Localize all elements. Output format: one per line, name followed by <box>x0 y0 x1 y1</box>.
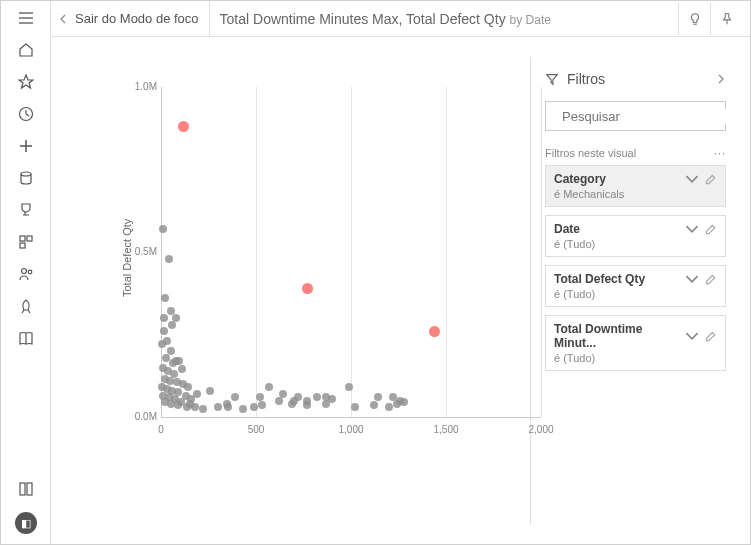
filter-icon <box>545 72 559 86</box>
data-point[interactable] <box>374 393 382 401</box>
data-point[interactable] <box>385 403 393 411</box>
data-point[interactable] <box>165 255 173 263</box>
x-tick: 0 <box>158 424 164 435</box>
chevron-down-icon[interactable] <box>685 272 699 286</box>
x-tick: 1,500 <box>433 424 458 435</box>
chevron-down-icon[interactable] <box>685 172 699 186</box>
scatter-chart[interactable]: 05001,0001,5002,0000.0M0.5M1.0M <box>161 87 541 447</box>
svg-point-10 <box>21 269 26 274</box>
data-point[interactable] <box>163 337 171 345</box>
data-point[interactable] <box>183 403 191 411</box>
svg-rect-8 <box>27 236 32 241</box>
data-point[interactable] <box>429 326 440 337</box>
eraser-icon[interactable] <box>703 172 717 186</box>
data-point[interactable] <box>167 347 175 355</box>
eraser-icon[interactable] <box>703 329 717 343</box>
data-point[interactable] <box>172 314 180 322</box>
data-point[interactable] <box>328 395 336 403</box>
filter-name: Date <box>554 222 681 236</box>
badge-icon[interactable]: ◧ <box>15 512 37 534</box>
y-tick: 1.0M <box>121 81 157 92</box>
lightbulb-icon[interactable] <box>678 3 710 35</box>
filter-value: é Mechanicals <box>554 188 717 200</box>
data-point[interactable] <box>256 393 264 401</box>
filter-value: é (Tudo) <box>554 288 717 300</box>
rocket-icon[interactable] <box>17 297 35 315</box>
book-icon[interactable] <box>17 329 35 347</box>
filter-name: Category <box>554 172 681 186</box>
left-sidebar: ◧ <box>1 1 51 544</box>
chevron-right-icon[interactable] <box>716 74 726 84</box>
back-label: Sair do Modo de foco <box>75 11 199 26</box>
filter-card[interactable]: Dateé (Tudo) <box>545 215 726 257</box>
data-point[interactable] <box>191 403 199 411</box>
data-point[interactable] <box>175 357 183 365</box>
search-field[interactable] <box>562 109 730 124</box>
chevron-down-icon[interactable] <box>685 222 699 236</box>
x-tick: 1,000 <box>338 424 363 435</box>
svg-rect-12 <box>20 483 25 495</box>
filter-name: Total Defect Qty <box>554 272 681 286</box>
plus-icon[interactable] <box>17 137 35 155</box>
topbar: Sair do Modo de foco Total Downtime Minu… <box>51 1 750 37</box>
more-icon[interactable]: ··· <box>714 147 726 159</box>
data-point[interactable] <box>279 390 287 398</box>
filter-card[interactable]: Categoryé Mechanicals <box>545 165 726 207</box>
data-point[interactable] <box>303 397 311 405</box>
svg-point-6 <box>21 172 31 176</box>
filter-card[interactable]: Total Downtime Minut...é (Tudo) <box>545 315 726 371</box>
svg-point-11 <box>28 270 32 274</box>
data-point[interactable] <box>258 401 266 409</box>
data-point[interactable] <box>160 314 168 322</box>
y-tick: 0.0M <box>121 411 157 422</box>
data-point[interactable] <box>159 225 167 233</box>
home-icon[interactable] <box>17 41 35 59</box>
data-point[interactable] <box>265 383 273 391</box>
filter-card[interactable]: Total Defect Qtyé (Tudo) <box>545 265 726 307</box>
data-point[interactable] <box>174 401 182 409</box>
eraser-icon[interactable] <box>703 222 717 236</box>
filters-pane: Filtros Filtros neste visual ··· Categor… <box>530 57 740 524</box>
data-point[interactable] <box>214 403 222 411</box>
data-point[interactable] <box>294 393 302 401</box>
menu-icon[interactable] <box>17 9 35 27</box>
search-input[interactable] <box>545 101 726 131</box>
trophy-icon[interactable] <box>17 201 35 219</box>
svg-rect-9 <box>20 243 25 248</box>
data-point[interactable] <box>400 398 408 406</box>
clock-icon[interactable] <box>17 105 35 123</box>
data-point[interactable] <box>351 403 359 411</box>
data-point[interactable] <box>206 387 214 395</box>
svg-rect-7 <box>20 236 25 241</box>
data-point[interactable] <box>178 365 186 373</box>
x-tick: 2,000 <box>528 424 553 435</box>
data-point[interactable] <box>223 400 231 408</box>
chevron-down-icon[interactable] <box>685 329 699 343</box>
people-icon[interactable] <box>17 265 35 283</box>
filters-section-label: Filtros neste visual <box>545 147 636 159</box>
data-point[interactable] <box>199 405 207 413</box>
apps-icon[interactable] <box>17 233 35 251</box>
data-point[interactable] <box>178 121 189 132</box>
back-button[interactable]: Sair do Modo de foco <box>59 1 210 36</box>
eraser-icon[interactable] <box>703 272 717 286</box>
data-point[interactable] <box>193 390 201 398</box>
y-axis-label: Total Defect Qty <box>121 219 133 297</box>
x-tick: 500 <box>248 424 265 435</box>
data-point[interactable] <box>239 405 247 413</box>
chart-area: Total Defect Qty 05001,0001,5002,0000.0M… <box>51 37 530 544</box>
star-icon[interactable] <box>17 73 35 91</box>
svg-rect-13 <box>27 483 32 495</box>
data-point[interactable] <box>313 393 321 401</box>
filters-title: Filtros <box>567 71 605 87</box>
data-point[interactable] <box>184 383 192 391</box>
data-point[interactable] <box>370 401 378 409</box>
data-point[interactable] <box>231 393 239 401</box>
page-title: Total Downtime Minutes Max, Total Defect… <box>220 11 551 27</box>
pin-icon[interactable] <box>710 3 742 35</box>
data-point[interactable] <box>160 327 168 335</box>
database-icon[interactable] <box>17 169 35 187</box>
workspace-icon[interactable] <box>17 480 35 498</box>
data-point[interactable] <box>302 283 313 294</box>
data-point[interactable] <box>161 294 169 302</box>
